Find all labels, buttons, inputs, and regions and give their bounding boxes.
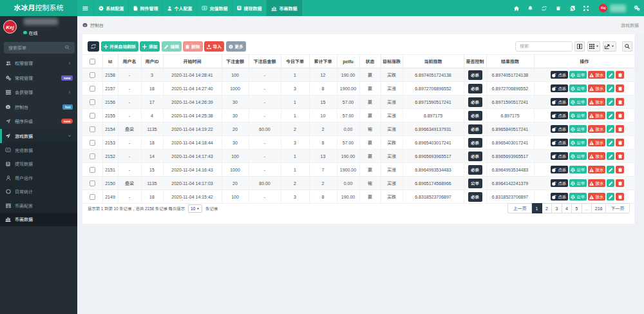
svg-text:B: B [238, 6, 240, 10]
svg-text:D: D [203, 6, 205, 10]
svg-text:B: B [7, 162, 10, 166]
svg-text:D: D [7, 149, 9, 152]
